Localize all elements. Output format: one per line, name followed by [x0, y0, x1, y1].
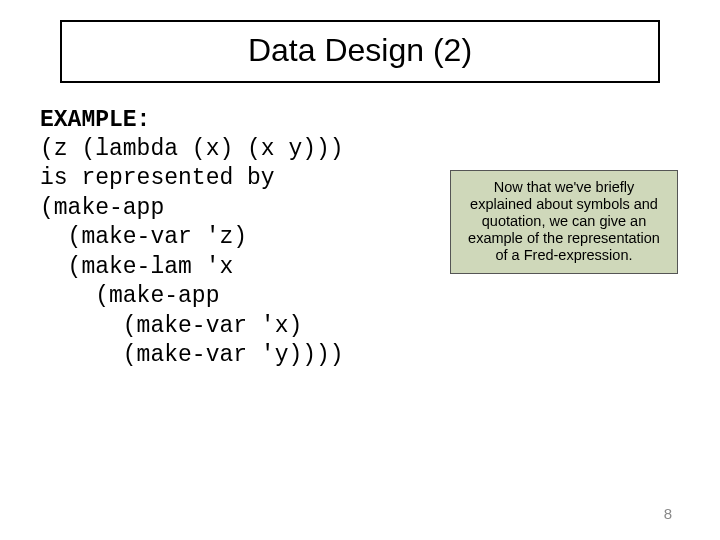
slide-title: Data Design (2): [90, 32, 630, 69]
title-box: Data Design (2): [60, 20, 660, 83]
note-box: Now that we've briefly explained about s…: [450, 170, 678, 274]
page-number: 8: [664, 505, 672, 522]
slide: Data Design (2) EXAMPLE: (z (lambda (x) …: [0, 0, 720, 540]
example-label: EXAMPLE:: [40, 107, 680, 133]
code-block: (z (lambda (x) (x y))) is represented by…: [40, 135, 440, 371]
